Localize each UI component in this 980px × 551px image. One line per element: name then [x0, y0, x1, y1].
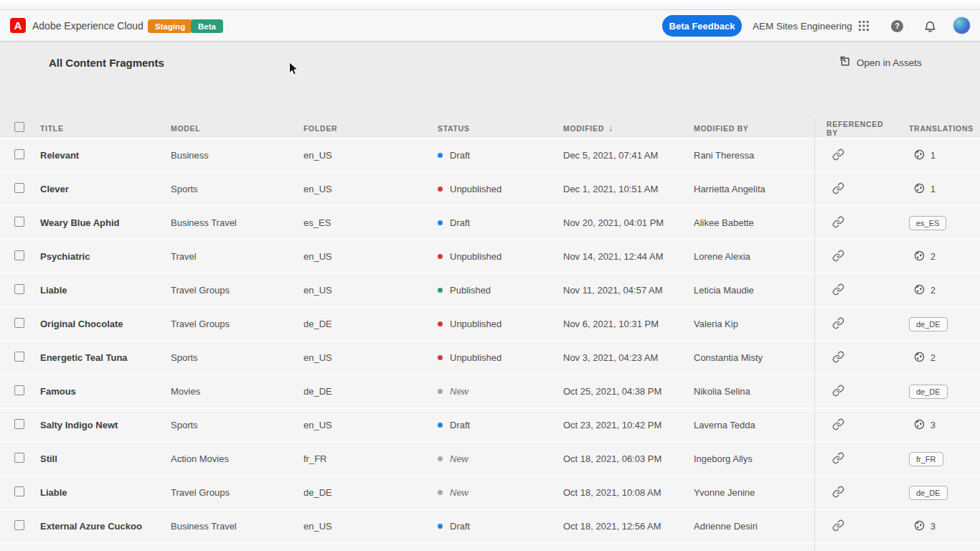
status-dot — [438, 187, 443, 192]
help-icon[interactable]: ? — [891, 20, 903, 32]
sort-descending-icon[interactable]: ↓ — [608, 123, 613, 133]
cell-translations: 2 — [895, 352, 980, 364]
cell-status: Draft — [433, 420, 563, 430]
row-checkbox[interactable] — [14, 183, 24, 193]
status-label: Draft — [450, 420, 470, 430]
row-checkbox[interactable] — [14, 419, 24, 429]
org-switcher[interactable]: AEM Sites Engineering — [753, 10, 852, 42]
link-icon[interactable] — [832, 182, 844, 197]
table-row[interactable]: Still Action Movies fr_FR New Oct 18, 20… — [0, 441, 980, 475]
link-icon[interactable] — [832, 149, 844, 163]
cell-model: Travel Groups — [171, 319, 303, 329]
row-checkbox[interactable] — [14, 149, 24, 159]
product-name: Adobe Experience Cloud — [32, 10, 143, 42]
cell-referenced-by — [814, 240, 895, 273]
table-row[interactable]: Liable Travel Groups de_DE New Oct 18, 2… — [0, 475, 980, 509]
column-header-modified-by[interactable]: MODIFIED BY — [694, 124, 814, 133]
translation-count: 2 — [930, 286, 936, 296]
link-icon[interactable] — [832, 452, 844, 466]
cell-referenced-by — [814, 510, 895, 542]
status-label: Unpublished — [450, 184, 501, 194]
select-all-checkbox[interactable] — [14, 122, 24, 132]
row-checkbox[interactable] — [14, 352, 24, 362]
table-row[interactable]: Original Chocolate Travel Groups de_DE U… — [0, 306, 980, 340]
row-checkbox[interactable] — [14, 250, 24, 260]
beta-badge: Beta — [191, 19, 223, 33]
table-row[interactable]: Famous Movies de_DE New Oct 25, 2021, 04… — [0, 374, 980, 408]
table-row[interactable]: Psychiatric Travel en_US Unpublished Nov… — [0, 239, 980, 273]
status-dot — [438, 153, 443, 158]
table-row-partial[interactable] — [0, 542, 980, 551]
cell-referenced-by — [814, 274, 895, 306]
column-header-translations[interactable]: TRANSLATIONS — [895, 124, 980, 133]
status-label: Unpublished — [450, 251, 501, 262]
open-in-assets-button[interactable]: Open in Assets — [839, 42, 922, 83]
cell-title: Famous — [40, 386, 171, 397]
globe-icon — [914, 284, 925, 297]
cell-title: Original Chocolate — [40, 319, 171, 329]
cell-title: Weary Blue Aphid — [40, 217, 171, 228]
translation-count: 3 — [930, 522, 936, 532]
row-checkbox[interactable] — [14, 284, 24, 294]
cell-status: Unpublished — [433, 319, 563, 329]
column-header-status[interactable]: STATUS — [433, 124, 563, 133]
cell-modified-by: Adrienne Desiri — [694, 521, 814, 532]
table-row[interactable]: Energetic Teal Tuna Sports en_US Unpubli… — [0, 340, 980, 374]
browser-chrome-strip — [0, 0, 980, 10]
link-icon[interactable] — [832, 385, 844, 399]
row-checkbox[interactable] — [14, 453, 24, 463]
column-header-title[interactable]: TITLE — [40, 124, 171, 133]
table-row[interactable]: Salty Indigo Newt Sports en_US Draft Oct… — [0, 408, 980, 441]
column-header-folder[interactable]: FOLDER — [303, 124, 433, 133]
row-checkbox[interactable] — [14, 318, 24, 328]
link-icon[interactable] — [832, 351, 844, 365]
cell-modified: Oct 18, 2021, 10:08 AM — [563, 487, 694, 498]
cell-title: Energetic Teal Tuna — [40, 352, 171, 363]
link-icon[interactable] — [832, 250, 844, 264]
link-icon[interactable] — [832, 486, 844, 500]
link-icon[interactable] — [832, 283, 844, 298]
column-header-model[interactable]: MODEL — [171, 124, 303, 133]
app-switcher-icon[interactable] — [858, 20, 870, 32]
column-header-referenced-by[interactable]: REFERENCED BY — [814, 120, 895, 137]
translation-count: 3 — [930, 420, 936, 430]
cell-title: External Azure Cuckoo — [40, 521, 171, 532]
cell-modified: Oct 25, 2021, 04:38 PM — [563, 386, 694, 397]
globe-icon — [914, 250, 925, 263]
cell-modified-by: Yvonne Jenine — [694, 487, 814, 498]
row-checkbox[interactable] — [14, 486, 24, 496]
cell-model: Sports — [171, 420, 303, 430]
cell-referenced-by — [814, 308, 895, 340]
cell-status: Published — [433, 285, 563, 296]
link-icon[interactable] — [832, 519, 844, 534]
table-row[interactable]: Relevant Business en_US Draft Dec 5, 202… — [0, 138, 980, 171]
cell-modified-by: Rani Theressa — [694, 150, 814, 161]
table-row[interactable]: Clever Sports en_US Unpublished Dec 1, 2… — [0, 171, 980, 205]
translation-locale-badge: de_DE — [909, 385, 948, 399]
table-row[interactable]: Liable Travel Groups en_US Published Nov… — [0, 273, 980, 306]
cell-folder: en_US — [303, 150, 433, 161]
adobe-logo-icon[interactable]: A — [10, 18, 26, 33]
link-icon[interactable] — [832, 317, 844, 331]
notifications-bell-icon[interactable] — [924, 20, 936, 33]
row-checkbox[interactable] — [14, 520, 24, 530]
row-checkbox[interactable] — [14, 217, 24, 227]
app-header: A Adobe Experience Cloud Staging Beta Be… — [0, 10, 980, 42]
user-avatar[interactable] — [953, 17, 971, 34]
column-header-modified[interactable]: MODIFIED↓ — [563, 123, 694, 133]
globe-icon — [914, 183, 925, 196]
status-dot — [438, 423, 443, 428]
beta-feedback-button[interactable]: Beta Feedback — [662, 15, 742, 37]
link-icon[interactable] — [832, 418, 844, 433]
cell-translations: 3 — [895, 520, 980, 533]
status-label: New — [450, 386, 468, 397]
open-in-icon — [839, 56, 851, 70]
table-row[interactable]: Weary Blue Aphid Business Travel es_ES D… — [0, 205, 980, 239]
cell-title: Liable — [40, 487, 171, 498]
status-dot — [438, 456, 443, 461]
globe-icon — [914, 520, 925, 533]
cell-modified-by: Alikee Babette — [694, 217, 814, 228]
table-row[interactable]: External Azure Cuckoo Business Travel en… — [0, 509, 980, 542]
row-checkbox[interactable] — [14, 385, 24, 395]
link-icon[interactable] — [832, 216, 844, 230]
